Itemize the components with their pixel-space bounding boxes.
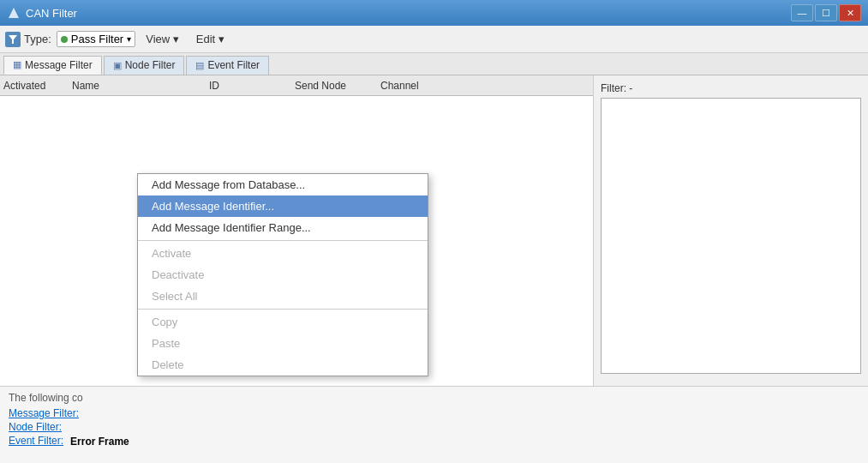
col-header-activated: Activated [3,80,72,92]
tab-event-icon: ▤ [195,60,204,71]
table-area: Activated Name ID Send Node Channel Add … [0,75,594,386]
ctx-add-from-db[interactable]: Add Message from Database... [138,174,428,195]
ctx-separator-1 [138,240,428,241]
toolbar: Type: Pass Filter ▾ View ▾ Edit ▾ [0,26,868,53]
event-filter-row: Event Filter: Error Frame [9,435,859,448]
message-filter-link[interactable]: Message Filter: [9,407,859,419]
col-header-sendnode: Send Node [295,80,380,92]
window-icon [7,6,21,20]
table-body[interactable]: Add Message from Database... Add Message… [0,96,593,386]
type-label: Type: [24,33,51,45]
ctx-activate[interactable]: Activate [138,243,428,264]
filter-box[interactable] [601,98,861,374]
minimize-button[interactable]: — [791,4,813,21]
tab-message-icon: ▦ [13,59,21,70]
tabs-bar: ▦ Message Filter ▣ Node Filter ▤ Event F… [0,53,868,75]
pass-filter-label: Pass Filter [71,33,123,45]
event-filter-link[interactable]: Event Filter: [9,435,63,447]
ctx-delete[interactable]: Delete [138,354,428,376]
col-header-id: ID [209,80,295,92]
status-left: The following co Message Filter: Node Fi… [0,387,868,463]
filter-panel: Filter: - [594,75,868,386]
pass-filter-dropdown[interactable]: Pass Filter ▾ [57,31,135,47]
filter-panel-value: - [629,82,632,94]
event-filter-value: Error Frame [70,436,129,448]
ctx-copy[interactable]: Copy [138,311,428,333]
svg-marker-0 [9,8,19,18]
view-menu-button[interactable]: View ▾ [139,31,186,47]
status-text: The following co [9,392,859,404]
maximize-button[interactable]: ☐ [815,4,837,21]
col-header-channel: Channel [380,80,449,92]
title-bar: CAN Filter — ☐ ✕ [0,0,868,26]
title-bar-controls: — ☐ ✕ [791,4,861,21]
ctx-deactivate[interactable]: Deactivate [138,264,428,286]
filter-panel-label: Filter: - [601,82,861,94]
tab-message-label: Message Filter [25,59,93,71]
node-filter-link[interactable]: Node Filter: [9,421,859,433]
close-button[interactable]: ✕ [839,4,861,21]
main-area: Activated Name ID Send Node Channel Add … [0,75,868,386]
tab-event-label: Event Filter [207,59,260,71]
tab-message-filter[interactable]: ▦ Message Filter [3,56,102,75]
ctx-add-identifier[interactable]: Add Message Identifier... [138,195,428,217]
svg-marker-1 [9,35,17,44]
pass-filter-dot [61,36,68,43]
tab-node-icon: ▣ [113,60,122,71]
ctx-add-identifier-range[interactable]: Add Message Identifier Range... [138,217,428,238]
edit-menu-button[interactable]: Edit ▾ [189,31,231,47]
tab-node-label: Node Filter [125,59,176,71]
bottom-area: The following co Message Filter: Node Fi… [0,386,868,463]
ctx-select-all[interactable]: Select All [138,286,428,307]
table-header: Activated Name ID Send Node Channel [0,75,593,96]
ctx-separator-2 [138,309,428,310]
col-header-name: Name [72,80,209,92]
ctx-paste[interactable]: Paste [138,333,428,354]
window-title: CAN Filter [26,7,791,20]
toolbar-filter-icon [5,32,21,47]
pass-filter-chevron: ▾ [127,34,131,44]
tab-event-filter[interactable]: ▤ Event Filter [186,56,269,75]
context-menu: Add Message from Database... Add Message… [137,173,428,376]
tab-node-filter[interactable]: ▣ Node Filter [104,56,185,75]
